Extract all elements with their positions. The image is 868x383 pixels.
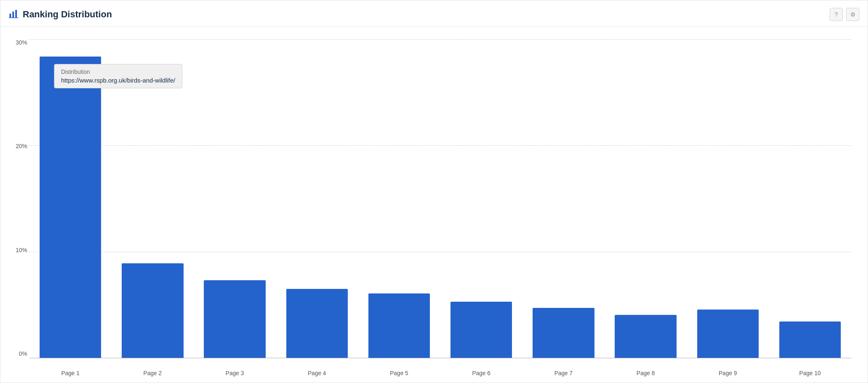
title-area: Ranking Distribution [9,9,112,20]
bar-6[interactable] [451,302,512,358]
bar-8[interactable] [615,315,676,358]
help-button[interactable]: ? [830,8,843,21]
x-label-3: Page 3 [193,370,276,376]
y-label-30: 30% [9,39,27,46]
y-label-0: 0% [9,350,27,357]
x-labels: Page 1Page 2Page 3Page 4Page 5Page 6Page… [29,370,851,376]
x-label-2: Page 2 [111,370,193,376]
chart-container: 0% 10% 20% 30% Distribution https://www.… [0,27,868,383]
bar-group-9[interactable] [687,39,769,358]
tooltip-label: Distribution [61,69,175,75]
bar-5[interactable] [368,293,430,358]
bar-10[interactable] [779,322,841,358]
x-label-10: Page 10 [769,370,851,376]
y-axis: 0% 10% 20% 30% [9,39,27,358]
bar-group-8[interactable] [604,39,686,358]
bar-group-4[interactable] [276,39,358,358]
x-label-6: Page 6 [440,370,522,376]
bar-4[interactable] [286,289,348,358]
tooltip-url: https://www.rspb.org.uk/birds-and-wildli… [61,77,175,84]
svg-rect-2 [15,10,17,18]
page-title: Ranking Distribution [23,9,112,20]
bar-7[interactable] [533,308,594,358]
x-label-5: Page 5 [358,370,440,376]
x-label-7: Page 7 [522,370,604,376]
bar-group-6[interactable] [440,39,522,358]
y-label-10: 10% [9,247,27,253]
y-label-20: 20% [9,143,27,149]
svg-rect-1 [12,12,14,18]
x-label-8: Page 8 [604,370,686,376]
bar-1[interactable] [40,57,101,358]
bar-2[interactable] [122,263,183,358]
chart-area: 0% 10% 20% 30% Distribution https://www.… [29,39,851,358]
settings-button[interactable]: ⚙ [846,8,859,21]
bar-group-5[interactable] [358,39,440,358]
header-actions: ? ⚙ [830,8,859,21]
chart-icon [9,9,19,20]
x-label-9: Page 9 [687,370,769,376]
ranking-distribution-widget: Ranking Distribution ? ⚙ 0% 10% 20% 30% [0,0,868,383]
x-label-4: Page 4 [276,370,358,376]
widget-header: Ranking Distribution ? ⚙ [0,0,868,27]
tooltip: Distribution https://www.rspb.org.uk/bir… [54,64,182,88]
bar-9[interactable] [697,310,759,358]
x-label-1: Page 1 [29,370,111,376]
bar-group-7[interactable] [522,39,604,358]
grid-line-0 [29,358,851,358]
bar-group-3[interactable] [193,39,276,358]
bar-3[interactable] [204,280,265,358]
svg-rect-0 [9,14,11,18]
bar-group-10[interactable] [769,39,851,358]
